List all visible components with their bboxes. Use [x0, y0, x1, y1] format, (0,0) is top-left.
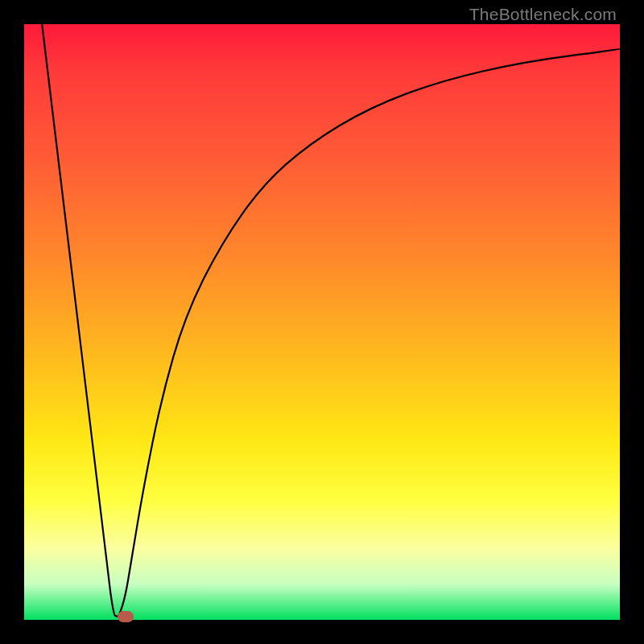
bottleneck-curve — [42, 24, 620, 617]
chart-frame: TheBottleneck.com — [0, 0, 644, 644]
plot-area — [24, 24, 620, 620]
optimum-marker — [118, 611, 134, 622]
curve-svg — [24, 24, 620, 620]
watermark-text: TheBottleneck.com — [469, 5, 617, 24]
